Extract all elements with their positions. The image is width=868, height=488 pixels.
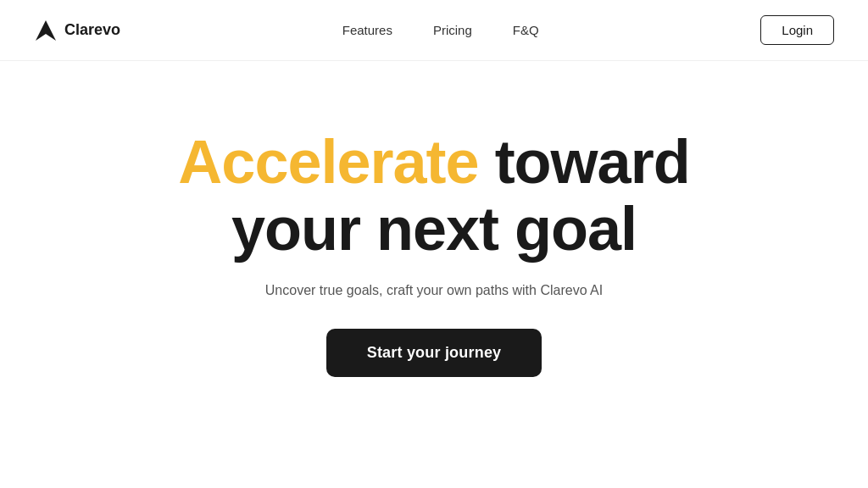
hero-heading-accent: Accelerate: [178, 128, 478, 196]
login-button[interactable]: Login: [760, 15, 834, 45]
logo[interactable]: Clarevo: [34, 19, 120, 42]
svg-marker-0: [36, 20, 56, 41]
nav-links: Features Pricing F&Q: [342, 23, 539, 37]
nav-link-faq[interactable]: F&Q: [513, 23, 539, 37]
logo-icon: [34, 19, 58, 42]
nav-link-pricing[interactable]: Pricing: [433, 23, 472, 37]
hero-subtext: Uncover true goals, craft your own paths…: [265, 283, 603, 298]
hero-heading-line2: your next goal: [231, 195, 637, 263]
logo-text: Clarevo: [64, 21, 120, 39]
hero-section: Accelerate toward your next goal Uncover…: [0, 61, 868, 377]
hero-heading: Accelerate toward your next goal: [178, 129, 689, 263]
hero-heading-rest-line1: toward: [479, 128, 690, 196]
navbar: Clarevo Features Pricing F&Q Login: [0, 0, 868, 61]
hero-cta-button[interactable]: Start your journey: [326, 329, 542, 377]
nav-link-features[interactable]: Features: [342, 23, 392, 37]
